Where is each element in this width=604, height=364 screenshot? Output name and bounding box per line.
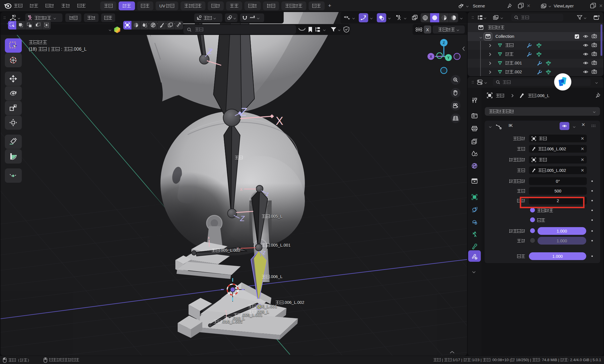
svg-text:Z: Z	[240, 214, 245, 223]
svg-text:z: z	[262, 249, 266, 255]
svg-text:x: x	[240, 187, 242, 192]
svg-text:Z: Z	[207, 47, 212, 56]
svg-text:Z: Z	[240, 106, 247, 118]
svg-text:X: X	[276, 115, 283, 127]
svg-text:z: z	[266, 191, 269, 197]
svg-text:X: X	[430, 55, 432, 59]
svg-text:Y: Y	[447, 56, 450, 60]
svg-text:x: x	[225, 309, 227, 313]
svg-text:Z: Z	[443, 41, 445, 45]
svg-text:x: x	[208, 235, 210, 240]
